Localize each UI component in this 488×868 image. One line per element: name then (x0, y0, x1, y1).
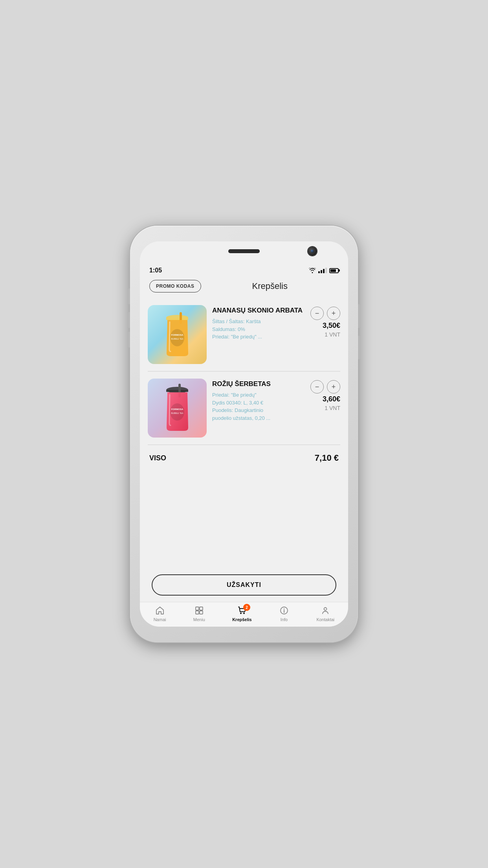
item-controls-1: − + 3,50€ 1 VNT (310, 305, 340, 338)
menu-icon (194, 605, 204, 616)
contact-icon (320, 605, 330, 616)
battery-icon (329, 268, 339, 273)
camera (308, 247, 317, 256)
cart-total: VISO 7,10 € (148, 445, 340, 469)
nav-item-krepselis[interactable]: 2 Krepšelis (232, 605, 252, 622)
item-name-2: ROŽIŲ ŠERBETAS (212, 380, 305, 388)
total-amount: 7,10 € (315, 453, 339, 463)
svg-rect-12 (196, 607, 199, 610)
increase-btn-1[interactable]: + (327, 307, 340, 320)
speaker (228, 249, 260, 253)
bottom-nav: Namai Meniu (140, 602, 348, 627)
item-details-2: ROŽIŲ ŠERBETAS Priedai: "Be priedų"Dydis… (212, 379, 305, 422)
cart-icon: 2 (237, 605, 247, 616)
nav-label-kontaktai: Kontaktai (316, 617, 334, 622)
cart-content: FORMOSA BUBBLE TEA ANANASŲ SKONIO ARBATA… (140, 298, 348, 570)
svg-rect-1 (166, 318, 188, 320)
item-meta-1: Šiltas / Šaltas: KarštaSaldumas: 0%Pried… (212, 318, 305, 341)
svg-text:FORMOSA: FORMOSA (171, 408, 183, 410)
item-price-2: 3,60€ (323, 395, 340, 403)
wifi-icon (309, 268, 316, 273)
phone-shell: 1:05 (130, 226, 358, 642)
order-button[interactable]: UŽSAKYTI (152, 574, 336, 596)
nav-item-kontaktai[interactable]: Kontaktai (316, 605, 334, 622)
item-meta-2: Priedai: "Be priedų"Dydis 00340: L, 3,40… (212, 391, 305, 422)
svg-point-21 (324, 608, 327, 611)
status-icons (309, 268, 339, 273)
item-name-1: ANANASŲ SKONIO ARBATA (212, 307, 305, 314)
notch-bar (140, 241, 348, 265)
item-controls-2: − + 3,60€ 1 VNT (310, 379, 340, 411)
info-icon (279, 605, 289, 616)
phone-screen: 1:05 (140, 241, 348, 627)
nav-item-info[interactable]: Info (279, 605, 289, 622)
nav-item-namai[interactable]: Namai (154, 605, 166, 622)
signal-icon (318, 268, 327, 273)
cart-item: FORMOSA BUBBLE TEA ANANASŲ SKONIO ARBATA… (148, 298, 340, 371)
item-qty-1: 1 VNT (325, 331, 340, 338)
battery-fill (330, 269, 336, 272)
svg-rect-7 (166, 390, 188, 392)
nav-label-krepselis: Krepšelis (232, 617, 252, 622)
item-details-1: ANANASŲ SKONIO ARBATA Šiltas / Šaltas: K… (212, 305, 305, 341)
cart-item-2: FORMOSA BUBBLE TEA ROŽIŲ ŠERBETAS Prieda… (148, 371, 340, 445)
page-title: Krepšelis (201, 281, 339, 291)
nav-label-meniu: Meniu (193, 617, 205, 622)
cart-badge: 2 (243, 604, 250, 611)
svg-text:FORMOSA: FORMOSA (171, 334, 183, 336)
promo-code-button[interactable]: PROMO KODAS (149, 280, 201, 292)
item-price-1: 3,50€ (323, 322, 340, 330)
item-qty-2: 1 VNT (325, 405, 340, 411)
svg-rect-15 (200, 611, 203, 614)
item-image-pineapple: FORMOSA BUBBLE TEA (148, 305, 207, 364)
svg-text:BUBBLE TEA: BUBBLE TEA (171, 412, 183, 414)
increase-btn-2[interactable]: + (327, 380, 340, 394)
rose-cup-svg: FORMOSA BUBBLE TEA (163, 384, 192, 433)
nav-item-meniu[interactable]: Meniu (193, 605, 205, 622)
status-bar: 1:05 (140, 265, 348, 276)
svg-point-17 (243, 612, 245, 614)
svg-text:BUBBLE TEA: BUBBLE TEA (171, 338, 183, 340)
app-header: PROMO KODAS Krepšelis (140, 276, 348, 298)
order-section: UŽSAKYTI (140, 570, 348, 602)
qty-controls-2: − + (310, 380, 340, 394)
qty-controls-1: − + (310, 307, 340, 320)
status-time: 1:05 (149, 267, 162, 274)
nav-label-info: Info (281, 617, 288, 622)
item-image-rose: FORMOSA BUBBLE TEA (148, 379, 207, 438)
svg-rect-14 (196, 611, 199, 614)
svg-point-16 (240, 612, 242, 614)
total-label: VISO (149, 454, 166, 462)
pineapple-cup-svg: FORMOSA BUBBLE TEA (163, 312, 192, 357)
svg-point-20 (284, 609, 284, 609)
home-icon (155, 605, 165, 616)
svg-rect-13 (200, 607, 203, 610)
decrease-btn-1[interactable]: − (310, 307, 324, 320)
nav-label-namai: Namai (154, 617, 166, 622)
decrease-btn-2[interactable]: − (310, 380, 324, 394)
phone-wrapper: 1:05 (122, 217, 366, 651)
